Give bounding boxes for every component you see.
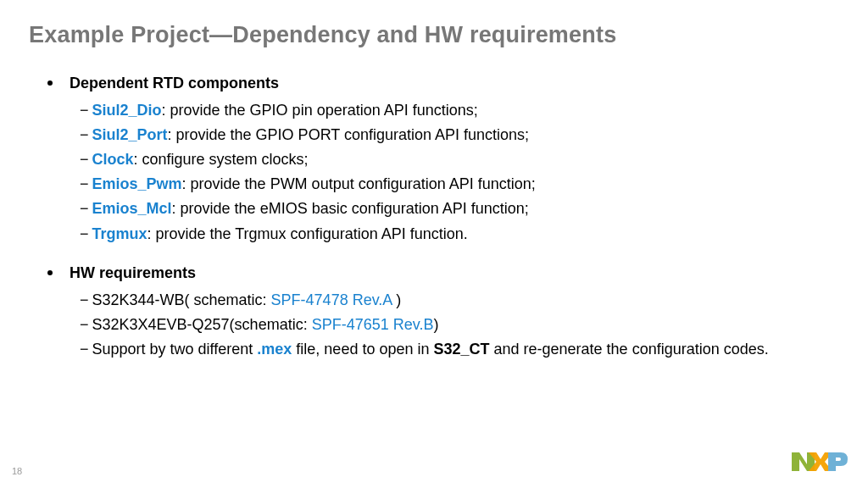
section-heading-label: Dependent RTD components — [70, 72, 279, 94]
list-item-body: Clock: configure system clocks; — [92, 148, 309, 170]
dash-icon: − — [80, 148, 89, 170]
component-desc: : provide the GPIO PORT configuration AP… — [168, 126, 530, 143]
mex-file-label: .mex — [257, 341, 292, 358]
component-desc: : configure system clocks; — [134, 151, 309, 168]
component-name: Emios_Pwm — [92, 175, 182, 192]
hw-text-post: and re-generate the configuration codes. — [490, 341, 769, 358]
list-item: − Trgmux: provide the Trgmux configurati… — [80, 223, 839, 245]
list-item-body: Emios_Mcl: provide the eMIOS basic confi… — [92, 197, 529, 219]
hw-text-mid: file, need to open in — [292, 341, 433, 358]
slide-content: Dependent RTD components − Siul2_Dio: pr… — [29, 72, 839, 360]
dash-icon: − — [80, 99, 89, 121]
dash-icon: − — [80, 313, 89, 336]
dash-icon: − — [80, 124, 89, 146]
list-item-body: Emios_Pwm: provide the PWM output config… — [92, 173, 536, 195]
list-item: − S32K344-WB( schematic: SPF-47478 Rev.A… — [80, 289, 839, 311]
component-name: Clock — [92, 151, 134, 168]
hw-text-post: ) — [392, 291, 401, 308]
page-number: 18 — [12, 466, 22, 476]
component-desc: : provide the Trgmux configuration API f… — [147, 225, 468, 242]
schematic-link[interactable]: SPF-47478 Rev.A — [271, 291, 392, 308]
section-heading-label: HW requirements — [70, 262, 196, 284]
component-name: Siul2_Port — [92, 126, 168, 143]
bullet-dot-icon — [47, 270, 53, 275]
nxp-logo — [792, 451, 851, 476]
hw-text-post: ) — [433, 316, 438, 333]
component-desc: : provide the PWM output configuration A… — [182, 175, 536, 192]
dash-icon: − — [80, 173, 89, 195]
section-heading-rtd: Dependent RTD components — [29, 72, 839, 94]
list-item: − Siul2_Port: provide the GPIO PORT conf… — [80, 124, 839, 146]
list-item-body: S32K344-WB( schematic: SPF-47478 Rev.A ) — [92, 289, 402, 311]
component-desc: : provide the GPIO pin operation API fun… — [162, 102, 478, 119]
list-item-body: Trgmux: provide the Trgmux configuration… — [92, 223, 468, 245]
hw-list: − S32K344-WB( schematic: SPF-47478 Rev.A… — [80, 289, 839, 360]
component-name: Siul2_Dio — [92, 102, 162, 119]
dash-icon: − — [80, 338, 89, 360]
list-item-body: S32K3X4EVB-Q257(schematic: SPF-47651 Rev… — [92, 313, 439, 336]
hw-text-pre: S32K344-WB( schematic: — [92, 291, 271, 308]
list-item: − Clock: configure system clocks; — [80, 148, 839, 170]
list-item: − Emios_Mcl: provide the eMIOS basic con… — [80, 197, 839, 219]
slide: Example Project—Dependency and HW requir… — [0, 0, 868, 488]
dash-icon: − — [80, 289, 89, 311]
component-name: Trgmux — [92, 225, 147, 242]
list-item-body: Siul2_Dio: provide the GPIO pin operatio… — [92, 99, 478, 121]
bullet-dot-icon — [47, 80, 53, 86]
component-desc: : provide the eMIOS basic configuration … — [172, 200, 529, 217]
list-item: − S32K3X4EVB-Q257(schematic: SPF-47651 R… — [80, 313, 839, 336]
slide-title: Example Project—Dependency and HW requir… — [29, 22, 839, 48]
schematic-link[interactable]: SPF-47651 Rev.B — [312, 316, 434, 333]
hw-text-pre: S32K3X4EVB-Q257(schematic: — [92, 316, 312, 333]
rtd-list: − Siul2_Dio: provide the GPIO pin operat… — [80, 99, 839, 245]
list-item: − Siul2_Dio: provide the GPIO pin operat… — [80, 99, 839, 121]
list-item-body: Support by two different .mex file, need… — [92, 338, 769, 360]
section-heading-hw: HW requirements — [29, 262, 839, 284]
hw-text-pre: Support by two different — [92, 341, 258, 358]
dash-icon: − — [80, 197, 89, 219]
list-item-body: Siul2_Port: provide the GPIO PORT config… — [92, 124, 530, 146]
dash-icon: − — [80, 223, 89, 245]
list-item: − Emios_Pwm: provide the PWM output conf… — [80, 173, 839, 195]
list-item: − Support by two different .mex file, ne… — [80, 338, 839, 360]
component-name: Emios_Mcl — [92, 200, 172, 217]
s32ct-label: S32_CT — [433, 341, 489, 358]
